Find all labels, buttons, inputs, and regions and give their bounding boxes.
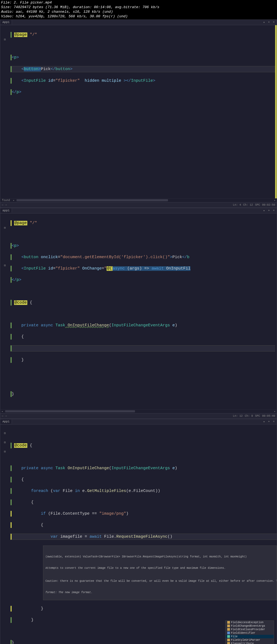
fold-toggle[interactable]: ⊟ (3, 226, 6, 229)
add-icon[interactable]: + (267, 209, 271, 212)
code-editor[interactable]: @page "/" <p> <button onclick="document.… (9, 213, 275, 409)
editor-panel-1: App1 ▾ + × ⊟ @page "/" <p> <button>Pick<… (0, 19, 277, 208)
close-icon[interactable]: × (272, 209, 276, 212)
status-col: Ch: 12 (243, 203, 253, 206)
fold-toggle[interactable]: ⊟ (3, 38, 6, 41)
file-metadata: File: 2. File picker.mp4 Size: 74829472 … (0, 0, 277, 19)
tab-bar: App1 ▾ + × (0, 20, 277, 25)
fold-toggle[interactable]: ⊟ (3, 431, 6, 435)
nav-back-icon[interactable]: ← (2, 203, 4, 206)
status-bar: ← → Ln: 4 Ch: 12 SPC 00:02:50 (0, 202, 277, 208)
horizontal-scrollbar[interactable]: ◂ ▸ (0, 409, 277, 413)
intellisense-popup[interactable]: FieldAccessException FieldChangedEventAr… (225, 620, 274, 644)
fold-toggle[interactable]: ⊟ (3, 450, 6, 453)
fold-toggle[interactable]: ⊟ (3, 264, 6, 267)
editor-panel-3: App1 ▾+× ⊟ ⊟ ⊟ @code { private async Tas… (0, 419, 277, 644)
fold-toggle[interactable]: ⊟ (3, 441, 6, 444)
file-tab[interactable]: App1 (0, 20, 12, 24)
editor-gutter: ⊟ (0, 25, 9, 198)
nav-fwd-icon[interactable]: → (5, 203, 7, 206)
status-spc: SPC (255, 203, 260, 206)
timestamp: 00:02:50 (262, 203, 275, 206)
dropdown-icon[interactable]: ▾ (262, 209, 266, 212)
close-icon[interactable]: × (272, 20, 276, 24)
file-tab[interactable]: App1 (0, 419, 12, 424)
add-icon[interactable]: + (267, 20, 271, 24)
code-editor[interactable]: @code { private async Task OnInputFileCh… (9, 425, 277, 644)
dropdown-icon[interactable]: ▾ (262, 20, 266, 24)
horizontal-scrollbar[interactable]: found ◂ ▸ (0, 198, 277, 202)
status-line: Ln: 4 (233, 203, 241, 206)
code-editor[interactable]: @page "/" <p> <button>Pick</button> <Inp… (9, 25, 275, 198)
signature-tooltip: (awaitable, extension) ValueTask<IBrowse… (43, 546, 277, 600)
file-tab[interactable]: app1 (0, 208, 12, 213)
editor-panel-2: app1 ▾ + × ⊟ ⊟ @page "/" <p> <button onc… (0, 208, 277, 419)
